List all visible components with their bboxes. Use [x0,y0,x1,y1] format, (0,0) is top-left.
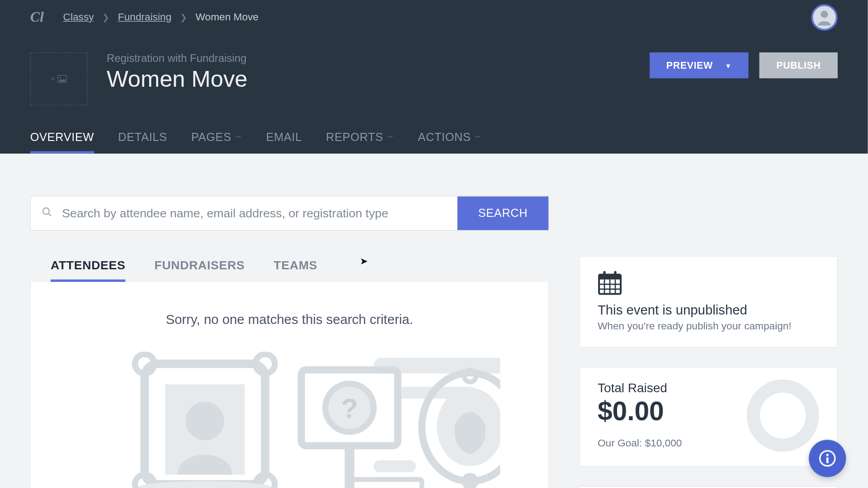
help-fab[interactable] [809,440,846,477]
info-icon [818,449,836,467]
person-icon [815,8,834,27]
sub-tab-attendees[interactable]: ATTENDEES [51,258,125,282]
nav-tab-pages[interactable]: PAGES﹀ [191,131,242,154]
sub-tabs: ATTENDEESFUNDRAISERSTEAMS [30,258,549,282]
svg-rect-25 [350,479,422,488]
campaign-type-label: Registration with Fundraising [107,52,248,65]
cursor-icon: ➤ [360,255,368,267]
nav-tab-details[interactable]: DETAILS [118,131,167,154]
sub-tab-fundraisers[interactable]: FUNDRAISERS [154,258,245,282]
breadcrumb: Classy ❯ Fundraising ❯ Women Move [63,11,259,23]
svg-text:?: ? [341,393,358,424]
search-icon [42,206,52,220]
nav-tab-reports[interactable]: REPORTS﹀ [326,131,394,154]
publish-button[interactable]: PUBLISH [760,52,838,78]
svg-rect-27 [599,275,621,280]
top-bar: Cl Classy ❯ Fundraising ❯ Women Move [0,0,868,34]
event-status-subtitle: When you're ready publish your campaign! [598,320,819,333]
plus-icon: + [51,75,55,83]
results-panel: Sorry, no one matches this search criter… [30,282,549,488]
search-button[interactable]: SEARCH [458,197,548,230]
chevron-right-icon: ❯ [102,12,109,22]
calendar-icon [598,270,819,297]
svg-point-10 [186,402,224,440]
svg-line-4 [48,213,51,216]
nav-tab-email[interactable]: EMAIL [266,131,302,154]
nav-tab-overview[interactable]: OVERVIEW [30,131,94,154]
user-avatar[interactable] [811,4,838,31]
breadcrumb-section[interactable]: Fundraising [118,11,171,23]
total-raised-card: Total Raised $0.00 Our Goal: $10,000 [579,367,838,467]
svg-rect-37 [826,457,829,463]
chevron-down-icon: ﹀ [475,133,481,142]
nav-tab-actions[interactable]: ACTIONS﹀ [418,131,481,154]
search-input[interactable] [62,206,447,221]
progress-donut [747,380,819,452]
svg-rect-29 [614,271,616,277]
empty-state-message: Sorry, no one matches this search criter… [31,312,548,328]
svg-point-36 [826,454,829,456]
svg-point-0 [821,10,828,18]
chevron-down-icon: ﹀ [387,133,394,142]
empty-state-illustration: ? [31,352,548,488]
card-stub [579,486,838,488]
svg-point-11 [135,354,155,374]
svg-rect-7 [374,460,416,472]
search-bar: SEARCH [30,196,549,230]
image-icon [57,75,67,83]
campaign-title: Women Move [107,66,248,92]
goal-label: Our Goal: $10,000 [598,437,682,450]
svg-point-2 [59,77,61,79]
svg-point-3 [43,208,49,214]
sub-tab-teams[interactable]: TEAMS [274,258,317,282]
event-status-title: This event is unpublished [598,302,819,318]
page-header: + Registration with Fundraising Women Mo… [0,34,868,154]
breadcrumb-root[interactable]: Classy [63,11,94,23]
chevron-down-icon: ﹀ [235,133,242,142]
caret-down-icon: ▼ [725,62,731,69]
preview-button[interactable]: PREVIEW ▼ [649,52,749,78]
breadcrumb-current: Women Move [196,11,259,23]
total-raised-amount: $0.00 [598,396,682,427]
event-status-card: This event is unpublished When you're re… [579,256,838,348]
campaign-image-placeholder[interactable]: + [30,52,88,105]
total-raised-label: Total Raised [598,380,682,395]
logo[interactable]: Cl [30,9,44,25]
chevron-right-icon: ❯ [180,12,187,22]
svg-rect-28 [603,271,605,277]
nav-tabs: OVERVIEWDETAILSPAGES﹀EMAILREPORTS﹀ACTION… [30,131,838,154]
svg-point-12 [256,354,275,374]
